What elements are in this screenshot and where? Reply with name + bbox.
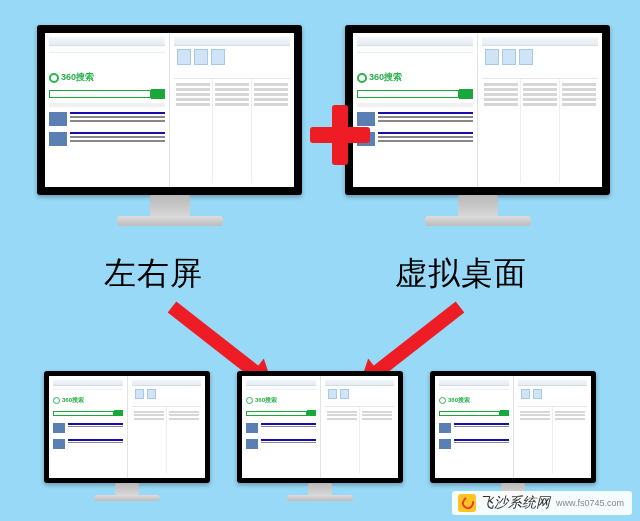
- browser-pane: 360搜索: [45, 33, 170, 187]
- spreadsheet-pane: [170, 33, 294, 187]
- screen: 360搜索: [242, 376, 398, 478]
- search-result: [49, 112, 165, 126]
- search-result: [49, 132, 165, 146]
- monitor-bottom-2: 360搜索: [237, 371, 403, 483]
- spreadsheet-pane: [128, 376, 206, 478]
- watermark-brand: 飞沙系统网: [480, 494, 550, 512]
- result-thumb: [49, 112, 67, 126]
- search-engine-logo: 360搜索: [49, 71, 165, 84]
- result-thumb: [49, 132, 67, 146]
- plus-icon: [310, 105, 370, 165]
- screen: 360搜索: [49, 376, 205, 478]
- arrow-right: [371, 301, 465, 379]
- app-ribbon: [174, 46, 290, 80]
- app-body: [174, 79, 290, 183]
- screen: 360搜索: [353, 33, 602, 187]
- label-virtual-desktop: 虚拟桌面: [395, 252, 527, 296]
- search-input-graphic: [49, 90, 151, 98]
- browser-toolbar: [49, 46, 165, 53]
- monitor-bottom-1: 360搜索: [44, 371, 210, 483]
- spreadsheet-pane: [478, 33, 602, 187]
- label-left-right-screens: 左右屏: [104, 252, 203, 296]
- browser-pane: 360搜索: [49, 376, 128, 478]
- browser-titlebar: [49, 37, 165, 46]
- monitor-top-right: 360搜索: [345, 25, 610, 195]
- browser-pane: 360搜索: [242, 376, 321, 478]
- monitor-bottom-3: 360搜索: [430, 371, 596, 483]
- spreadsheet-pane: [321, 376, 399, 478]
- screen: 360搜索: [435, 376, 591, 478]
- arrow-left: [168, 301, 262, 379]
- screen: 360搜索: [45, 33, 294, 187]
- monitor-top-left: 360搜索: [37, 25, 302, 195]
- browser-pane: 360搜索: [435, 376, 514, 478]
- watermark-icon: [458, 494, 476, 512]
- search-button-graphic: [151, 89, 165, 99]
- search-box: [49, 89, 165, 99]
- browser-pane: 360搜索: [353, 33, 478, 187]
- spreadsheet-pane: [514, 376, 592, 478]
- result-tabs: [49, 103, 165, 107]
- app-titlebar: [174, 37, 290, 46]
- watermark-url: www.fs0745.com: [556, 498, 624, 508]
- watermark: 飞沙系统网 www.fs0745.com: [452, 491, 632, 515]
- search-engine-logo: 360搜索: [357, 71, 473, 84]
